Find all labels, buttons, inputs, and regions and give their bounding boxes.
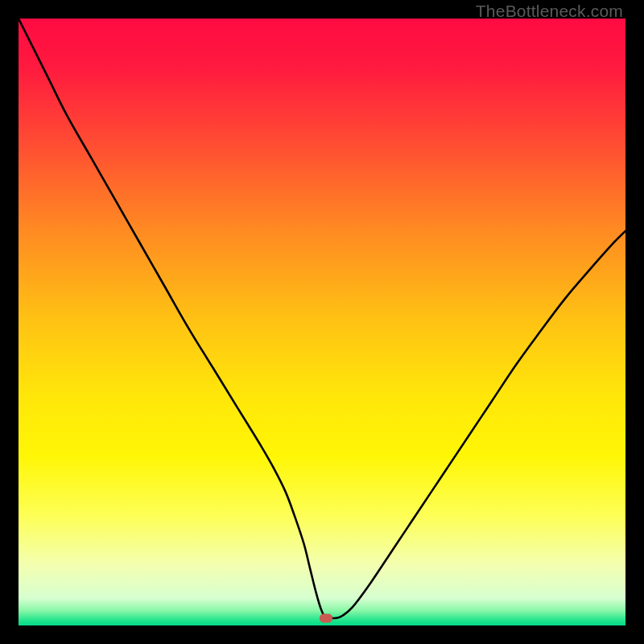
chart-svg <box>19 19 625 625</box>
plot-area <box>19 19 625 625</box>
watermark-text: TheBottleneck.com <box>476 2 623 21</box>
chart-frame: TheBottleneck.com <box>0 0 644 644</box>
optimal-point-marker <box>320 613 332 622</box>
gradient-background <box>19 19 625 625</box>
